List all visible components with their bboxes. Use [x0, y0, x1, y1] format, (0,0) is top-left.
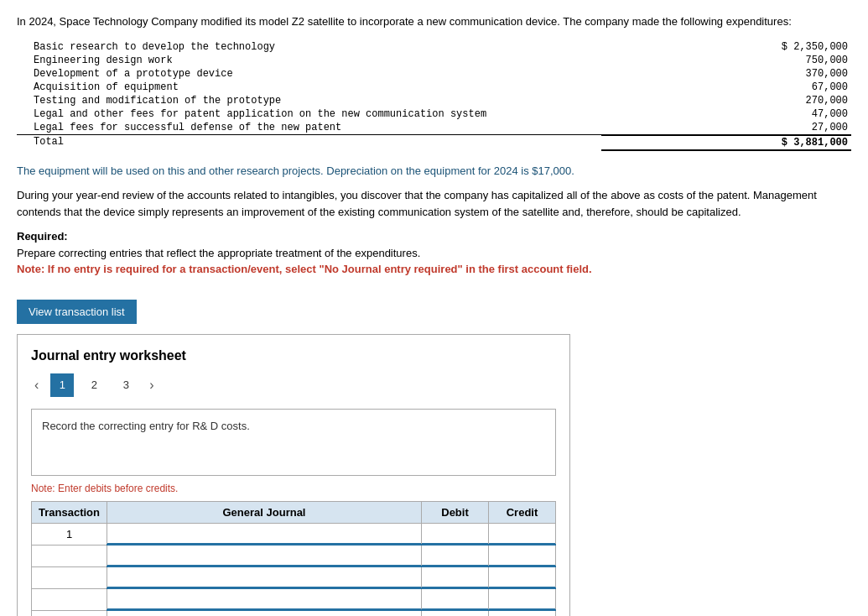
gj-input-3[interactable]: [107, 589, 421, 609]
credit-input-1[interactable]: [489, 546, 555, 566]
debit-input-cell-0[interactable]: [422, 523, 489, 545]
credit-input-4[interactable]: [489, 611, 555, 616]
gj-input-0[interactable]: [107, 524, 421, 545]
expenditure-row: Legal and other fees for patent applicat…: [17, 107, 851, 121]
table-row: 1: [32, 523, 556, 545]
journal-entry-worksheet: Journal entry worksheet ‹ 1 2 3 › Record…: [17, 334, 570, 617]
tab-2[interactable]: 2: [82, 373, 106, 397]
credit-input-cell-3[interactable]: [489, 588, 556, 610]
tx-cell-4: [32, 610, 107, 616]
tx-cell-0: 1: [32, 523, 107, 545]
tx-cell-2: [32, 566, 107, 588]
debit-input-cell-4[interactable]: [422, 610, 489, 616]
total-row: Total$ 3,881,000: [17, 135, 851, 150]
gj-input-cell-2[interactable]: [107, 566, 422, 588]
table-row: [32, 610, 556, 616]
header-general-journal: General Journal: [107, 501, 422, 523]
credit-input-3[interactable]: [489, 589, 555, 609]
expenditure-row: Legal fees for successful defense of the…: [17, 121, 851, 135]
review-paragraph: During your year-end review of the accou…: [17, 187, 851, 220]
equipment-paragraph: The equipment will be used on this and o…: [17, 163, 851, 180]
table-row: [32, 588, 556, 610]
tab-prev-arrow[interactable]: ‹: [31, 376, 42, 394]
debit-input-cell-2[interactable]: [422, 566, 489, 588]
header-transaction: Transaction: [32, 501, 107, 523]
expenditure-row: Basic research to develop the technology…: [17, 40, 851, 54]
gj-input-cell-0[interactable]: [107, 523, 422, 545]
gj-input-2[interactable]: [107, 567, 421, 587]
credit-input-cell-1[interactable]: [489, 545, 556, 566]
tx-cell-3: [32, 588, 107, 610]
journal-title: Journal entry worksheet: [31, 348, 556, 363]
intro-paragraph1: In 2024, Space Technology Company modifi…: [17, 13, 851, 30]
journal-table: Transaction General Journal Debit Credit…: [31, 501, 556, 617]
required-section: Required: Prepare correcting entries tha…: [17, 228, 851, 278]
credit-input-cell-2[interactable]: [489, 566, 556, 588]
debit-input-2[interactable]: [422, 567, 488, 587]
expenditure-row: Testing and modification of the prototyp…: [17, 94, 851, 107]
note-red-text: Note: If no entry is required for a tran…: [17, 261, 851, 278]
debit-input-0[interactable]: [422, 524, 488, 545]
credit-input-2[interactable]: [489, 567, 555, 587]
header-debit: Debit: [422, 501, 489, 523]
expenditure-row: Engineering design work750,000: [17, 54, 851, 67]
debit-input-cell-3[interactable]: [422, 588, 489, 610]
debit-input-4[interactable]: [422, 611, 488, 616]
header-credit: Credit: [489, 501, 556, 523]
tab-1[interactable]: 1: [50, 373, 74, 397]
table-row: [32, 566, 556, 588]
tx-cell-1: [32, 545, 107, 566]
tab-3[interactable]: 3: [114, 373, 138, 397]
tabs-navigation: ‹ 1 2 3 ›: [31, 373, 556, 397]
expenditure-row: Development of a prototype device370,000: [17, 67, 851, 81]
gj-input-1[interactable]: [107, 546, 421, 566]
debit-input-cell-1[interactable]: [422, 545, 489, 566]
gj-input-4[interactable]: [107, 611, 421, 616]
gj-input-cell-1[interactable]: [107, 545, 422, 566]
note-debits-text: Note: Enter debits before credits.: [31, 483, 556, 494]
debit-input-3[interactable]: [422, 589, 488, 609]
table-row: [32, 545, 556, 566]
tab-next-arrow[interactable]: ›: [146, 376, 157, 394]
expenditures-table: Basic research to develop the technology…: [17, 40, 851, 151]
debit-input-1[interactable]: [422, 546, 488, 566]
credit-input-0[interactable]: [489, 524, 555, 545]
credit-input-cell-4[interactable]: [489, 610, 556, 616]
expenditure-row: Acquisition of equipment67,000: [17, 81, 851, 94]
gj-input-cell-4[interactable]: [107, 610, 422, 616]
credit-input-cell-0[interactable]: [489, 523, 556, 545]
view-transaction-list-button[interactable]: View transaction list: [17, 300, 137, 324]
record-instruction-box: Record the correcting entry for R& D cos…: [31, 409, 556, 476]
gj-input-cell-3[interactable]: [107, 588, 422, 610]
